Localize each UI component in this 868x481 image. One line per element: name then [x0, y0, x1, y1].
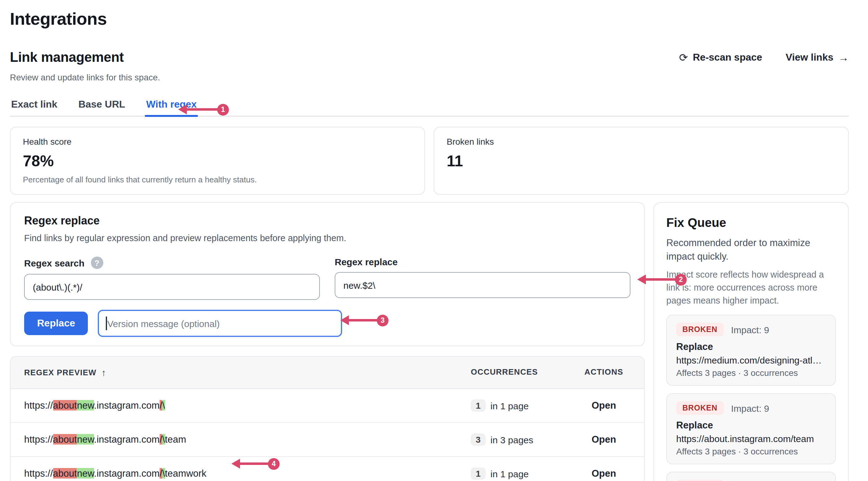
url-text: teamwork [165, 468, 206, 479]
fix-queue-card[interactable]: BROKEN Impact: 9 Replace https://medium.… [666, 315, 836, 386]
column-header-regex-preview[interactable]: REGEX PREVIEW ↑ [10, 357, 471, 388]
regex-replace-title: Regex replace [24, 214, 630, 227]
added-text-highlight: new [77, 468, 94, 479]
regex-replace-panel: Regex replace Find links by regular expr… [10, 202, 645, 346]
fix-queue-subtitle: Recommended order to maximize impact qui… [666, 236, 836, 263]
broken-status-badge: BROKEN [676, 323, 723, 336]
occurrence-count-badge: 3 [471, 434, 486, 446]
stat-label: Broken links [447, 137, 836, 147]
regex-replace-field-group: Regex replace [335, 257, 630, 300]
url-text: https:// [24, 400, 53, 411]
fix-queue-card[interactable]: BROKEN Impact: 9 Replace https://about.i… [666, 393, 836, 464]
stat-label: Health score [23, 137, 412, 147]
occurrences-cell: 1 in 1 page [471, 399, 564, 412]
table-row: https://aboutnew.instagram.com/\team 3 i… [10, 423, 644, 457]
regex-preview-url: https://aboutnew.instagram.com/\team [10, 434, 471, 445]
fix-target-url: https://about.instagram.com/team [676, 434, 826, 444]
added-text-highlight: \ [162, 434, 165, 445]
tab-exact-link[interactable]: Exact link [10, 99, 59, 116]
version-message-wrapper [98, 310, 342, 337]
fix-action-label: Replace [676, 420, 826, 431]
page-title: Integrations [10, 9, 849, 30]
stat-description: Percentage of all found links that curre… [23, 174, 412, 185]
impact-score: Impact: 9 [731, 324, 769, 335]
fix-queue-title: Fix Queue [666, 215, 836, 230]
help-icon[interactable]: ? [91, 257, 103, 269]
fix-action-label: Replace [676, 341, 826, 352]
regex-replace-input[interactable] [335, 272, 630, 298]
tab-label: Exact link [11, 99, 57, 109]
regex-replace-label: Regex replace [335, 257, 398, 267]
tab-base-url[interactable]: Base URL [77, 99, 126, 116]
occurrence-count-badge: 1 [471, 468, 486, 480]
stat-value: 11 [447, 152, 836, 169]
removed-text-highlight: about [53, 400, 77, 411]
main-column: Regex replace Find links by regular expr… [10, 202, 645, 481]
added-text-highlight: \ [162, 400, 165, 411]
regex-replace-description: Find links by regular expression and pre… [24, 232, 630, 244]
regex-preview-url: https://aboutnew.instagram.com/\teamwork [10, 468, 471, 479]
refresh-icon: ⟳ [679, 52, 688, 63]
fix-queue-note: Impact score reflects how widespread a l… [666, 268, 836, 307]
column-header-actions: ACTIONS [564, 357, 644, 388]
url-text: https:// [24, 434, 53, 445]
url-text: .instagram.com [94, 468, 160, 479]
fix-queue-card-list: BROKEN Impact: 9 Replace https://medium.… [666, 315, 836, 481]
open-link[interactable]: Open [564, 434, 644, 445]
impact-score: Impact: 9 [731, 403, 769, 413]
stat-value: 78% [23, 152, 412, 169]
section-header: Link management ⟳ Re-scan space View lin… [10, 50, 849, 66]
occurrences-cell: 1 in 1 page [471, 468, 564, 480]
section-subtitle: Review and update links for this space. [10, 72, 849, 83]
table-header-row: REGEX PREVIEW ↑ OCCURRENCES ACTIONS [10, 357, 644, 389]
regex-preview-header-label: REGEX PREVIEW [24, 368, 96, 377]
stats-row: Health score 78% Percentage of all found… [10, 127, 849, 195]
occurrence-text: in 1 page [491, 400, 529, 411]
url-text: team [165, 434, 186, 445]
rescan-space-button[interactable]: ⟳ Re-scan space [679, 52, 762, 63]
arrow-right-icon: → [838, 52, 849, 63]
view-links-label: View links [786, 52, 833, 63]
regex-search-input[interactable] [24, 274, 320, 300]
occurrences-cell: 3 in 3 pages [471, 434, 564, 446]
tab-label: Base URL [78, 99, 125, 109]
health-score-card: Health score 78% Percentage of all found… [10, 127, 425, 195]
tab-label: With regex [146, 99, 197, 109]
open-link[interactable]: Open [564, 400, 644, 411]
header-actions: ⟳ Re-scan space View links → [679, 52, 849, 63]
replace-button[interactable]: Replace [24, 312, 88, 335]
added-text-highlight: new [77, 434, 94, 445]
occurrence-text: in 1 page [491, 468, 529, 479]
url-text: .instagram.com [94, 400, 160, 411]
fix-target-url: https://medium.com/designing-atlass... [676, 355, 826, 365]
removed-text-highlight: about [53, 468, 77, 479]
url-text: https:// [24, 468, 53, 479]
broken-links-card: Broken links 11 [434, 127, 849, 195]
table-row: https://aboutnew.instagram.com/\ 1 in 1 … [10, 389, 644, 423]
regex-preview-table: REGEX PREVIEW ↑ OCCURRENCES ACTIONS http… [10, 356, 645, 481]
view-links-button[interactable]: View links → [786, 52, 849, 63]
added-text-highlight: \ [162, 468, 165, 479]
added-text-highlight: new [77, 400, 94, 411]
section-title: Link management [10, 50, 124, 66]
open-link[interactable]: Open [564, 468, 644, 479]
sort-ascending-icon: ↑ [101, 367, 106, 378]
version-message-input[interactable] [98, 310, 342, 337]
broken-status-badge: BROKEN [676, 480, 723, 481]
tab-with-regex[interactable]: With regex [145, 99, 198, 116]
tab-bar: Exact linkBase URLWith regex [10, 99, 849, 117]
fix-queue-card[interactable]: BROKEN Impact: 9 [666, 472, 836, 481]
broken-status-badge: BROKEN [676, 401, 723, 415]
column-header-occurrences: OCCURRENCES [471, 357, 564, 388]
fix-queue-panel: Fix Queue Recommended order to maximize … [653, 202, 849, 481]
occurrence-count-badge: 1 [471, 399, 486, 412]
regex-search-field-group: Regex search ? [24, 257, 320, 300]
link-management-page: Integrations Link management ⟳ Re-scan s… [0, 0, 868, 481]
table-row: https://aboutnew.instagram.com/\teamwork… [10, 457, 644, 481]
url-text: .instagram.com [94, 434, 160, 445]
table-body: https://aboutnew.instagram.com/\ 1 in 1 … [10, 389, 644, 481]
rescan-space-label: Re-scan space [693, 52, 762, 63]
occurrence-text: in 3 pages [491, 434, 533, 445]
text-cursor [106, 317, 107, 330]
regex-search-label: Regex search [24, 257, 85, 268]
